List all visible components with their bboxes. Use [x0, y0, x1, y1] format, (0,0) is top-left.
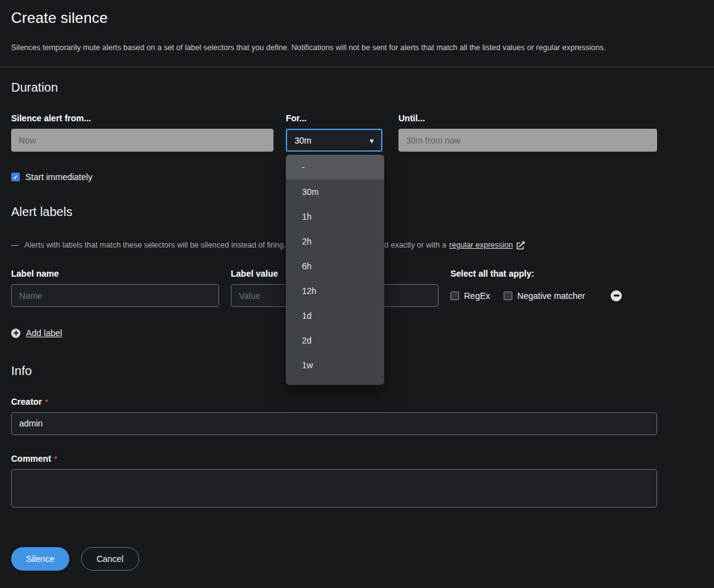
form-actions: Silence Cancel: [11, 547, 657, 571]
start-immediately-checkbox[interactable]: [11, 173, 20, 181]
comment-field: Comment*: [11, 454, 657, 508]
duration-select-wrap: 30m - 30m 1h 2h 6h 12h 1d 2d 1w: [286, 129, 382, 152]
duration-select-value: 30m: [295, 136, 311, 145]
silence-form: Duration Silence alert from... For... 30…: [0, 67, 714, 571]
negative-matcher-label: Negative matcher: [517, 291, 585, 301]
duration-option[interactable]: 30m: [286, 179, 384, 204]
minus-icon: [11, 241, 19, 249]
comment-field-label: Comment*: [11, 454, 657, 464]
select-all-that-apply-label: Select all that apply:: [450, 269, 657, 279]
required-asterisk: *: [54, 455, 58, 464]
regex-label: RegEx: [464, 291, 490, 301]
label-name-label: Label name: [11, 269, 219, 279]
until-label: Until...: [398, 113, 657, 123]
comment-textarea[interactable]: [11, 469, 657, 508]
matcher-options-row: RegEx Negative matcher: [450, 284, 657, 307]
silence-from-field: Silence alert from...: [11, 113, 273, 152]
duration-fields-row: Silence alert from... For... 30m - 30m 1…: [11, 113, 657, 152]
duration-for-label: For...: [286, 113, 382, 123]
duration-option[interactable]: 12h: [286, 279, 384, 303]
until-input: [398, 129, 657, 152]
remove-label-button[interactable]: [611, 290, 622, 301]
label-name-field: Label name: [11, 269, 219, 307]
label-name-input[interactable]: [11, 284, 219, 307]
create-silence-page: Create silence Silences temporarily mute…: [0, 0, 714, 571]
duration-option[interactable]: 6h: [286, 254, 384, 279]
duration-option[interactable]: 1h: [286, 204, 384, 229]
silence-button[interactable]: Silence: [11, 547, 69, 571]
duration-option[interactable]: 1w: [286, 353, 384, 378]
matcher-options-field: Select all that apply: RegEx Negative ma…: [450, 269, 657, 307]
regex-checkbox[interactable]: [450, 292, 459, 300]
required-asterisk: *: [45, 398, 48, 407]
page-description: Silences temporarily mute alerts based o…: [11, 43, 702, 52]
silence-from-label: Silence alert from...: [11, 113, 273, 123]
until-field: Until...: [398, 113, 657, 152]
cancel-button[interactable]: Cancel: [81, 547, 139, 571]
negative-matcher-checkbox[interactable]: [504, 292, 512, 300]
duration-for-field: For... 30m - 30m 1h 2h 6h 12h 1d 2d: [286, 113, 382, 152]
silence-from-input: [11, 129, 273, 152]
duration-select[interactable]: 30m: [286, 129, 382, 152]
duration-option[interactable]: 2d: [286, 328, 384, 353]
page-header: Create silence Silences temporarily mute…: [0, 0, 714, 52]
start-immediately-label: Start immediately: [25, 172, 92, 182]
add-label-text: Add label: [26, 328, 62, 338]
duration-option[interactable]: 2h: [286, 229, 384, 254]
chevron-down-icon: [369, 136, 374, 145]
creator-field: Creator*: [11, 397, 657, 435]
comment-label: Comment: [11, 454, 51, 464]
duration-dropdown-menu: - 30m 1h 2h 6h 12h 1d 2d 1w: [286, 155, 384, 385]
page-title: Create silence: [11, 9, 702, 27]
creator-label: Creator: [11, 397, 42, 407]
creator-input[interactable]: [11, 412, 657, 435]
duration-option[interactable]: -: [286, 155, 384, 179]
external-link-icon: [517, 241, 525, 249]
regular-expression-link[interactable]: regular expression: [449, 241, 513, 249]
duration-section-heading: Duration: [11, 80, 657, 95]
duration-option[interactable]: 1d: [286, 303, 384, 328]
add-label-button[interactable]: Add label: [11, 328, 62, 338]
creator-field-label: Creator*: [11, 397, 657, 407]
plus-circle-icon: [11, 329, 20, 338]
